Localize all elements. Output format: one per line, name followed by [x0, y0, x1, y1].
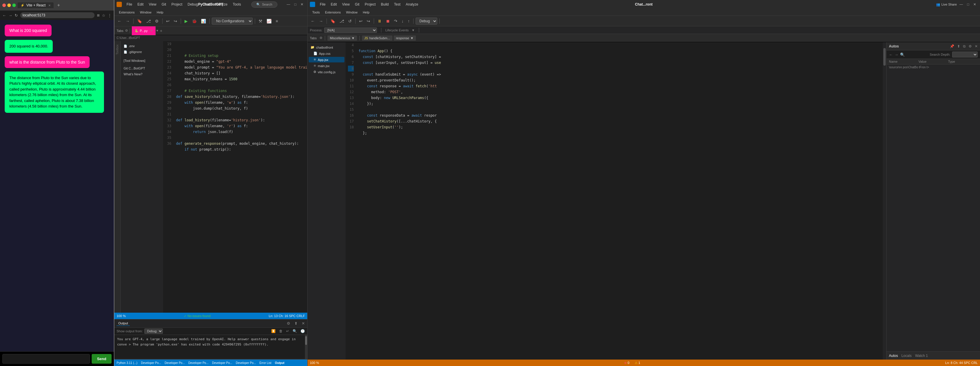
refresh-button[interactable]: ↻: [14, 13, 18, 18]
menu-window[interactable]: Window: [138, 10, 154, 15]
vscode-step-out-btn[interactable]: ↑: [406, 18, 411, 24]
autos-settings-icon[interactable]: ⚙: [969, 44, 972, 48]
minimize-button[interactable]: —: [285, 2, 292, 7]
profile-btn[interactable]: 📈: [265, 18, 273, 24]
output-source-select[interactable]: Debug: [145, 328, 163, 334]
tab-miscellaneous[interactable]: Miscellaneous ▼: [328, 35, 357, 41]
run-btn[interactable]: ▶: [183, 18, 189, 24]
vscode-minimize-button[interactable]: —: [958, 2, 964, 7]
minimize-dot[interactable]: [7, 3, 11, 7]
output-scrollbar[interactable]: [305, 335, 307, 359]
output-search-icon[interactable]: 🔍: [293, 329, 297, 333]
bottom-dev-3[interactable]: Developer Po...: [188, 361, 208, 364]
vscode-step-over-btn[interactable]: ↷: [393, 18, 399, 24]
file-tab-py[interactable]: 🐍 P...py ✕: [132, 26, 156, 35]
file-tree-item-git[interactable]: Git C...BotGPT: [122, 66, 162, 71]
vscode-undo-btn[interactable]: ↩: [358, 18, 364, 24]
vscode-menu-file[interactable]: File: [318, 1, 328, 8]
tabs-dropdown-arrow[interactable]: ▼: [156, 29, 159, 32]
bottom-dev-5[interactable]: Developer Po...: [236, 361, 256, 364]
menu-file[interactable]: File: [124, 1, 134, 8]
vscode-menu-build[interactable]: Build: [379, 1, 391, 8]
vscode-menu-extensions[interactable]: Extensions: [323, 10, 343, 15]
tab-handle-subm[interactable]: JS handleSubm...: [362, 35, 393, 41]
autos-close-icon[interactable]: ✕: [975, 44, 978, 48]
vscode-menu-test[interactable]: Test: [391, 1, 403, 8]
search-left-arrow[interactable]: ←: [889, 53, 893, 57]
menu-project[interactable]: Project: [169, 1, 185, 8]
vscode-back-btn[interactable]: ←: [309, 18, 316, 24]
vscode-scrollbar[interactable]: [883, 42, 886, 360]
vscode-close-button[interactable]: ✕: [972, 2, 978, 7]
autos-pin-icon[interactable]: 📌: [950, 44, 954, 48]
output-tab-output[interactable]: Output: [116, 321, 130, 326]
bottom-dev-2[interactable]: Developer Po...: [165, 361, 185, 364]
vscode-menu-project[interactable]: Project: [362, 1, 378, 8]
code-content[interactable]: # Existing setup model_engine = "gpt-4" …: [174, 41, 307, 313]
forward-nav-btn[interactable]: →: [124, 18, 131, 24]
maximize-dot[interactable]: [12, 3, 16, 7]
vscode-maximize-button[interactable]: □: [966, 2, 970, 7]
tabs-gear-icon[interactable]: ⚙: [125, 29, 128, 32]
output-scroll-thumb[interactable]: [305, 336, 307, 345]
vscode-refresh-btn[interactable]: ↺: [347, 18, 353, 24]
close-button[interactable]: ✕: [299, 2, 305, 7]
debug-run-btn[interactable]: 🐞: [190, 18, 198, 24]
send-button[interactable]: Send: [92, 354, 111, 364]
maximize-button[interactable]: □: [293, 2, 298, 7]
bottom-output[interactable]: Output: [275, 361, 285, 364]
autos-expand-icon[interactable]: ⬆: [957, 44, 960, 48]
bottom-dev-1[interactable]: Developer Po...: [141, 361, 161, 364]
back-button[interactable]: ←: [2, 13, 6, 18]
vscode-scroll-thumb[interactable]: [883, 48, 886, 66]
output-close-icon[interactable]: ✕: [302, 321, 305, 326]
menu-git[interactable]: Git: [159, 1, 169, 8]
autos-float-icon[interactable]: ⧉: [963, 44, 966, 48]
vscode-menu-tools[interactable]: Tools: [310, 10, 322, 15]
search-right-arrow[interactable]: →: [894, 53, 898, 57]
process-select[interactable]: [N/A]: [324, 27, 377, 33]
file-tree-item-env[interactable]: 📄 .env: [122, 43, 162, 49]
vscode-stop-btn[interactable]: ⏹: [384, 18, 391, 24]
redo-btn[interactable]: ↪: [172, 18, 179, 24]
extensions-icon[interactable]: ⊞: [97, 13, 100, 17]
vscode-forward-btn[interactable]: →: [318, 18, 325, 24]
output-clock-icon[interactable]: 🕐: [301, 329, 305, 333]
add-tab-button[interactable]: +: [160, 29, 162, 33]
debug-tab-locals[interactable]: Locals: [902, 354, 912, 358]
build-btn[interactable]: ⚒: [257, 18, 264, 24]
tab-close-icon[interactable]: ✕: [48, 4, 51, 7]
vscode-pause-btn[interactable]: ⏸: [376, 18, 383, 24]
vscode-step-into-btn[interactable]: ↓: [400, 18, 405, 24]
menu-view[interactable]: View: [146, 1, 159, 8]
debug-tab-watch[interactable]: Watch 1: [915, 354, 928, 358]
tab-close-py[interactable]: ✕: [150, 29, 153, 32]
vscode-bookmark-btn[interactable]: 🔖: [329, 18, 337, 24]
vscode-menu-edit[interactable]: Edit: [328, 1, 339, 8]
search-icon[interactable]: 🔍: [900, 53, 905, 57]
vscode-code-content[interactable]: function App() { const [chatHistory, set…: [356, 42, 883, 360]
chat-input[interactable]: [2, 354, 90, 364]
tab-response[interactable]: response ▼: [394, 35, 416, 41]
new-tab-button[interactable]: +: [56, 3, 62, 8]
settings-btn[interactable]: ⚙: [153, 18, 160, 24]
vscode-menu-git[interactable]: Git: [353, 1, 362, 8]
vscode-tabs-gear[interactable]: ⚙: [320, 36, 323, 40]
back-nav-btn[interactable]: ←: [116, 18, 123, 24]
zoom-level[interactable]: 100 %: [116, 314, 126, 318]
menu-extensions[interactable]: Extensions: [116, 10, 137, 15]
live-share-button[interactable]: 👥 Live Share: [936, 3, 957, 6]
vscode-tree-item-viteconfig[interactable]: ⚙ vite.config.js: [309, 69, 344, 75]
vscode-menu-window[interactable]: Window: [344, 10, 360, 15]
file-tree-item-whats-new[interactable]: What's New?: [122, 72, 162, 77]
bookmark-btn[interactable]: 🔖: [135, 18, 143, 24]
undo-btn[interactable]: ↩: [165, 18, 171, 24]
menu-edit[interactable]: Edit: [135, 1, 146, 8]
file-tree-item-gitignore[interactable]: 📄 .gitignore: [122, 49, 162, 54]
close-dot[interactable]: [2, 3, 6, 7]
output-settings-icon[interactable]: ⚙: [287, 321, 290, 326]
address-input[interactable]: [20, 12, 95, 18]
menu-tools[interactable]: Tools: [231, 1, 243, 8]
search-bar[interactable]: 🔍 Search: [251, 2, 277, 8]
run-config-select[interactable]: No Configurations: [212, 18, 253, 25]
